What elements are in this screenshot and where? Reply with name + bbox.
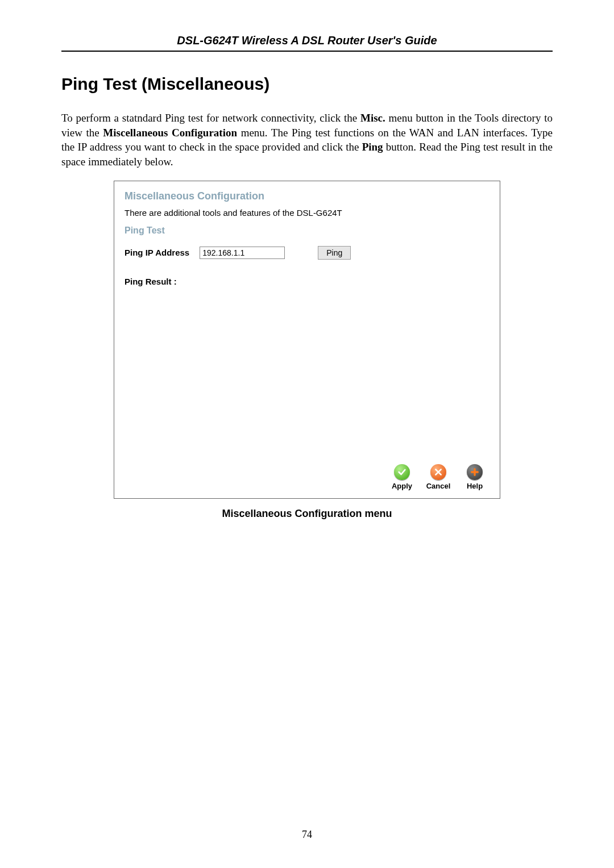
- text-fragment: To perform a statndard Ping test for net…: [61, 112, 360, 124]
- plus-icon: [467, 464, 483, 480]
- check-icon: [394, 464, 410, 480]
- ping-result-label: Ping Result :: [125, 277, 489, 286]
- figure-caption: Miscellaneous Configuration menu: [114, 508, 500, 520]
- help-button[interactable]: Help: [461, 464, 488, 490]
- cancel-label: Cancel: [426, 482, 451, 490]
- ping-ip-input[interactable]: [200, 247, 285, 259]
- ping-row: Ping IP Address Ping: [125, 246, 489, 260]
- misc-bold: Misc.: [360, 112, 385, 124]
- close-icon: [430, 464, 446, 480]
- cancel-button[interactable]: Cancel: [425, 464, 452, 490]
- help-label: Help: [467, 482, 483, 490]
- action-bar: Apply Cancel Help: [388, 464, 488, 490]
- panel-description: There are additional tools and features …: [125, 208, 489, 218]
- config-panel: Miscellaneous Configuration There are ad…: [114, 181, 500, 499]
- ping-button[interactable]: Ping: [318, 246, 351, 260]
- apply-button[interactable]: Apply: [388, 464, 416, 490]
- ping-bold: Ping: [362, 141, 383, 153]
- ping-ip-label: Ping IP Address: [125, 248, 189, 257]
- panel-title: Miscellaneous Configuration: [125, 190, 489, 202]
- ping-test-heading: Ping Test: [125, 226, 489, 236]
- apply-label: Apply: [392, 482, 412, 490]
- page-number: 74: [0, 829, 614, 841]
- doc-header: DSL-G624T Wireless A DSL Router User's G…: [61, 34, 553, 52]
- misc-config-bold: Miscellaneous Configuration: [103, 127, 237, 139]
- section-title: Ping Test (Miscellaneous): [61, 74, 553, 94]
- intro-paragraph: To perform a statndard Ping test for net…: [61, 111, 553, 169]
